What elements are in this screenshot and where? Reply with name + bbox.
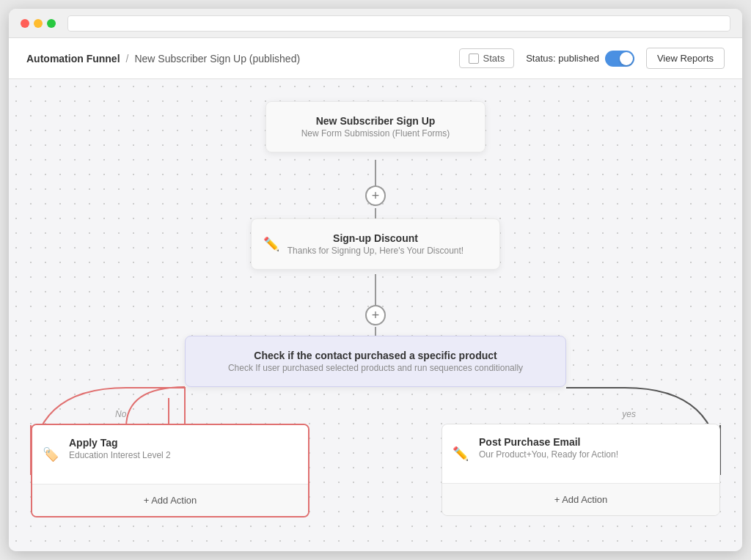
connector-1[interactable]: + [365, 185, 386, 206]
action-card-right: ✏️ Post Purchase Email Our Product+You, … [442, 424, 720, 516]
status-toggle[interactable] [605, 51, 634, 67]
breadcrumb: Automation Funnel / New Subscriber Sign … [26, 53, 300, 65]
trigger-title: New Subscriber Sign Up [281, 115, 470, 127]
trigger-node[interactable]: New Subscriber Sign Up New Form Submissi… [265, 101, 486, 152]
stats-button[interactable]: Stats [459, 48, 515, 68]
edit-icon: ✏️ [263, 236, 279, 252]
action-left-subtitle: Education Interest Level 2 [69, 450, 293, 460]
email-title: Sign-up Discount [266, 232, 485, 244]
branch-label-yes: yes [622, 409, 636, 419]
flow-canvas: New Subscriber Sign Up New Form Submissi… [9, 79, 742, 551]
add-action-right-button[interactable]: + Add Action [442, 483, 719, 515]
trigger-subtitle: New Form Submission (Fluent Forms) [281, 128, 470, 139]
breadcrumb-main[interactable]: Automation Funnel [26, 53, 120, 65]
action-left-title: Apply Tag [69, 437, 293, 449]
email-node[interactable]: ✏️ Sign-up Discount Thanks for Signing U… [251, 218, 500, 270]
action-card-left: 🏷️ Apply Tag Education Interest Level 2 … [31, 424, 309, 517]
branch-label-no: No [115, 409, 126, 419]
action-right-title: Post Purchase Email [479, 436, 705, 448]
breadcrumb-separator: / [126, 53, 129, 65]
condition-node[interactable]: Check if the contact purchased a specifi… [185, 336, 566, 387]
stats-checkbox [469, 54, 479, 64]
maximize-button[interactable] [47, 19, 56, 28]
close-button[interactable] [21, 19, 29, 28]
breadcrumb-sub: New Subscriber Sign Up (published) [134, 53, 300, 65]
action-card-left-inner: 🏷️ Apply Tag Education Interest Level 2 [32, 425, 308, 484]
connector-2-plus: + [372, 308, 380, 323]
main-window: Automation Funnel / New Subscriber Sign … [9, 9, 742, 551]
stats-label: Stats [483, 53, 505, 64]
condition-title: Check if the contact purchased a specifi… [203, 350, 548, 361]
connector-2[interactable]: + [365, 305, 386, 325]
view-reports-button[interactable]: View Reports [646, 48, 725, 69]
action-right-subtitle: Our Product+You, Ready for Action! [479, 449, 705, 460]
title-bar [9, 9, 742, 38]
action-card-right-inner: ✏️ Post Purchase Email Our Product+You, … [442, 424, 719, 483]
condition-subtitle: Check If user purchased selected product… [203, 363, 548, 373]
header-actions: Stats Status: published View Reports [459, 48, 725, 69]
email-subtitle: Thanks for Signing Up, Here's Your Disco… [266, 246, 485, 256]
tag-icon: 🏷️ [43, 446, 59, 463]
minimize-button[interactable] [34, 19, 43, 28]
traffic-lights [21, 19, 56, 28]
header: Automation Funnel / New Subscriber Sign … [9, 38, 742, 79]
connector-1-plus: + [372, 188, 380, 204]
status-area: Status: published [526, 51, 634, 67]
url-bar[interactable] [67, 15, 730, 32]
status-label: Status: published [526, 53, 599, 64]
edit-icon-right: ✏️ [453, 446, 469, 462]
add-action-left-button[interactable]: + Add Action [32, 484, 308, 516]
